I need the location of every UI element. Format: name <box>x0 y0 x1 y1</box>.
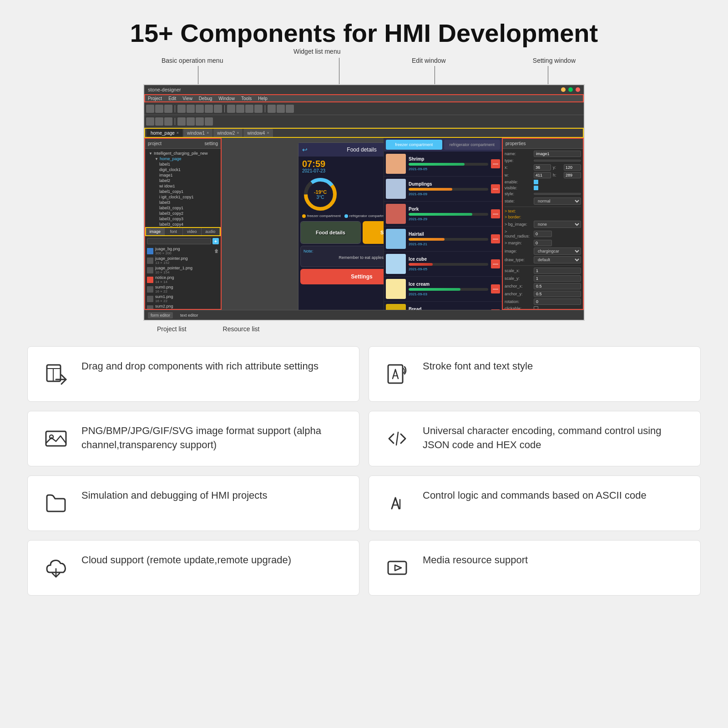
setting-x-input[interactable]: 36 <box>534 164 551 171</box>
draw-type-dropdown[interactable]: default <box>534 256 581 263</box>
res-tab-audio[interactable]: audio <box>202 228 220 235</box>
food-del-hairtail[interactable]: — <box>491 234 500 243</box>
tb-btn-13[interactable] <box>268 105 276 113</box>
res-item-sum2[interactable]: sum2.png 16 × 22 <box>147 303 219 309</box>
ide-right-panel: properties name: image1 type: x: <box>502 138 584 310</box>
tb-btn-7[interactable] <box>205 105 213 113</box>
tab-home-page[interactable]: home_page × <box>147 129 182 137</box>
tb2-btn-6[interactable] <box>196 117 204 126</box>
res-tab-image[interactable]: image <box>146 228 165 235</box>
menu-debug[interactable]: Debug <box>199 96 212 101</box>
tree-item-home[interactable]: ▼ home_page <box>147 156 219 162</box>
menu-tools[interactable]: Tools <box>241 96 252 101</box>
back-arrow-icon[interactable]: ↩ <box>302 146 308 153</box>
ascii-icon <box>383 489 412 518</box>
res-delete-btn[interactable]: 🗑 <box>214 248 219 253</box>
food-del-shrimp[interactable]: — <box>491 159 500 168</box>
food-tab-freezer[interactable]: freezer compartment <box>386 140 442 150</box>
tb2-btn-3[interactable] <box>164 117 172 126</box>
minimize-btn[interactable] <box>561 87 566 92</box>
tb-btn-11[interactable] <box>245 105 253 113</box>
res-item-pointer[interactable]: juage_pointer.png 13 × 152 <box>147 256 219 265</box>
bottom-tab-text[interactable]: text editor <box>177 312 201 318</box>
tree-item-clock[interactable]: digit_clock1 <box>147 167 219 172</box>
tab-window1[interactable]: window1 × <box>183 129 212 137</box>
bottom-tab-form[interactable]: form editor <box>148 312 173 318</box>
res-tab-video[interactable]: video <box>183 228 202 235</box>
radius-input[interactable]: 0 <box>534 231 552 237</box>
res-item-notice[interactable]: notice.png 14 × 14 <box>147 275 219 284</box>
tb2-btn-5[interactable] <box>187 117 195 126</box>
close-btn[interactable] <box>576 87 580 92</box>
res-item-sum0[interactable]: sum0.png 16 × 22 <box>147 284 219 294</box>
feature-text-simulation: Simulation and debugging of HMI projects <box>81 489 267 503</box>
tb2-btn-7[interactable] <box>205 117 213 126</box>
clickable-checkbox[interactable] <box>534 306 538 309</box>
tb-btn-4[interactable] <box>177 105 186 113</box>
ide-titlebar: stone-designer <box>144 85 584 94</box>
margin-input[interactable]: 0 <box>534 240 552 246</box>
res-add-btn[interactable]: + <box>212 238 219 244</box>
tree-item-label3[interactable]: label3 <box>147 200 219 205</box>
food-tab-fridge[interactable]: refrigerator compartment <box>444 140 500 150</box>
setting-w-input[interactable]: 411 <box>534 172 551 178</box>
menu-view[interactable]: View <box>182 96 192 101</box>
tb-btn-5[interactable] <box>187 105 195 113</box>
menu-edit[interactable]: Edit <box>168 96 176 101</box>
tb-btn-2[interactable] <box>155 105 163 113</box>
food-details-btn[interactable]: Food details <box>300 221 361 244</box>
tb-btn-9[interactable] <box>227 105 235 113</box>
res-item-juage-bg[interactable]: juage_bg.png 300 × 200 🗑 <box>147 246 219 256</box>
tree-item-window[interactable]: wi idow1 <box>147 183 219 189</box>
food-del-ice-cube[interactable]: — <box>491 259 500 268</box>
tree-item-label2[interactable]: label2 <box>147 178 219 183</box>
menu-project[interactable]: Project <box>148 96 162 101</box>
food-del-dumplings[interactable]: — <box>491 184 500 193</box>
setting-h-input[interactable]: 289 <box>564 172 581 178</box>
tb-btn-15[interactable] <box>286 105 294 113</box>
tree-item-root[interactable]: ▼ Intelligent_charging_pile_new <box>147 151 219 156</box>
image-dropdown[interactable]: chargingcar <box>534 248 581 255</box>
tree-item-l3c2[interactable]: label3_copy2 <box>147 211 219 216</box>
tb-btn-8[interactable] <box>214 105 222 113</box>
tb-btn-14[interactable] <box>277 105 285 113</box>
menu-help[interactable]: Help <box>258 96 268 101</box>
food-img-bread <box>386 304 406 310</box>
tab-window2[interactable]: window2 × <box>213 129 243 137</box>
tb2-btn-2[interactable] <box>155 117 163 126</box>
state-dropdown[interactable]: normal <box>534 197 581 205</box>
res-search-input[interactable] <box>147 238 211 244</box>
food-del-ice-cream[interactable]: — <box>491 284 500 293</box>
tb-btn-12[interactable] <box>254 105 263 113</box>
bg-image-dropdown[interactable]: none <box>534 221 581 228</box>
tb-btn-1[interactable] <box>146 105 154 113</box>
food-list-panel: freezer compartment refrigerator compart… <box>384 138 502 310</box>
tree-item-lc1[interactable]: label1_copy1 <box>147 189 219 194</box>
tb-btn-10[interactable] <box>236 105 244 113</box>
enable-checkbox[interactable] <box>534 180 538 184</box>
food-del-pork[interactable]: — <box>491 209 500 218</box>
tree-item-image[interactable]: image1 <box>147 172 219 178</box>
food-del-bread[interactable]: — <box>491 309 500 310</box>
tab-window4[interactable]: window4 × <box>243 129 273 137</box>
tb-btn-3[interactable] <box>164 105 172 113</box>
res-item-sum1[interactable]: sum1.png 16 × 22 <box>147 294 219 303</box>
tree-item-dc1[interactable]: i igit_clock1_copy1 <box>147 194 219 200</box>
tb2-btn-1[interactable] <box>146 117 154 126</box>
tb2-btn-4[interactable] <box>177 117 186 126</box>
tree-item-l3c1[interactable]: label3_copy1 <box>147 205 219 211</box>
res-item-pointer1[interactable]: juage_pointer_1.png 10 × 154 <box>147 265 219 275</box>
ann-widget: Widget list menu <box>293 48 340 55</box>
setting-y-input[interactable]: 120 <box>564 164 581 171</box>
visible-checkbox[interactable] <box>534 186 538 190</box>
tree-item-l3c4[interactable]: label3_copy4 <box>147 222 219 227</box>
tree-item-label1[interactable]: label1 <box>147 162 219 167</box>
food-info-dumplings: Dumplings 2021-09-09 <box>409 182 488 196</box>
menu-window[interactable]: Window <box>218 96 235 101</box>
res-tab-font[interactable]: font <box>165 228 183 235</box>
project-label: project <box>148 141 162 146</box>
maximize-btn[interactable] <box>568 87 573 92</box>
tree-item-l3c3[interactable]: label3_copy3 <box>147 216 219 222</box>
tb-btn-6[interactable] <box>196 105 204 113</box>
food-img-hairtail <box>386 229 406 249</box>
